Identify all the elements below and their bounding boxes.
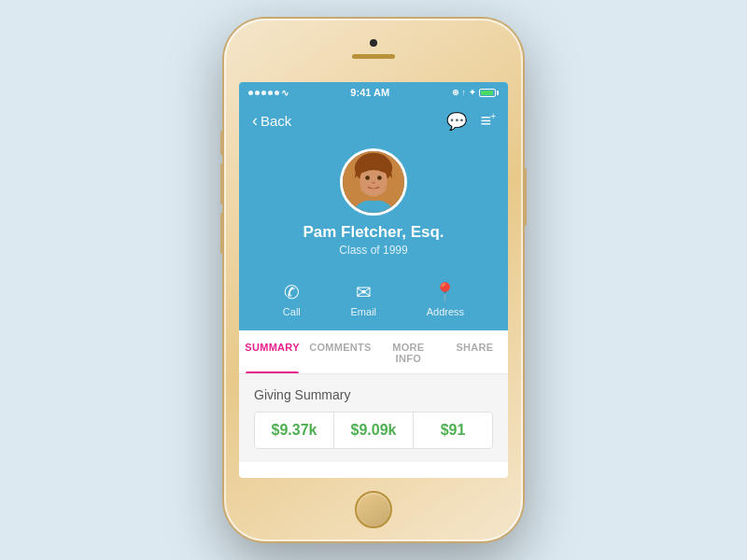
power-button — [523, 168, 527, 226]
phone-device: ∿ 9:41 AM ⊕ ↑ ✦ ‹ — [224, 19, 523, 541]
tab-share-label: SHARE — [456, 342, 493, 353]
tab-more-info-label: MORE INFO — [392, 342, 424, 364]
profile-subtitle: Class of 1999 — [339, 244, 407, 257]
giving-cell-1: $9.09k — [334, 413, 413, 448]
tab-comments-label: COMMENTS — [309, 342, 372, 353]
battery-tip — [497, 91, 499, 95]
action-buttons: ✆ Call ✉ Email 📍 Address — [239, 272, 508, 330]
giving-summary-title: Giving Summary — [254, 387, 493, 402]
volume-down-button — [220, 213, 224, 254]
bluetooth-icon: ✦ — [469, 88, 476, 97]
tabs-bar: SUMMARY COMMENTS MORE INFO SHARE — [239, 330, 508, 374]
app-header: ‹ Back 💬 ≡+ — [239, 103, 508, 139]
svg-point-5 — [372, 182, 375, 185]
profile-section: Pam Fletcher, Esq. Class of 1999 — [239, 139, 508, 272]
call-icon: ✆ — [284, 281, 300, 303]
profile-name: Pam Fletcher, Esq. — [303, 223, 444, 242]
arrow-icon: ↑ — [462, 88, 467, 97]
tab-share[interactable]: SHARE — [442, 330, 508, 373]
signal-dot-2 — [255, 91, 260, 95]
bottom-bezel — [224, 478, 523, 541]
phone-shell: ∿ 9:41 AM ⊕ ↑ ✦ ‹ — [224, 19, 523, 541]
call-button[interactable]: ✆ Call — [283, 281, 301, 317]
location-icon: ⊕ — [452, 88, 459, 97]
address-icon: 📍 — [433, 281, 457, 303]
tab-more-info[interactable]: MORE INFO — [375, 330, 442, 373]
volume-up-button — [220, 163, 224, 204]
phone-screen: ∿ 9:41 AM ⊕ ↑ ✦ ‹ — [239, 82, 508, 478]
giving-amount-1: $9.09k — [340, 422, 407, 439]
content-area: Giving Summary $9.37k $9.09k $91 — [239, 374, 508, 462]
email-icon: ✉ — [356, 281, 372, 303]
status-signal: ∿ — [248, 88, 289, 98]
battery-body — [479, 89, 496, 97]
avatar — [340, 148, 407, 216]
top-bezel — [224, 19, 523, 82]
giving-cell-0: $9.37k — [255, 413, 333, 448]
address-label: Address — [427, 306, 464, 317]
back-label: Back — [261, 113, 291, 129]
status-time: 9:41 AM — [350, 87, 389, 98]
tab-summary[interactable]: SUMMARY — [239, 330, 305, 373]
earpiece — [352, 54, 395, 59]
address-button[interactable]: 📍 Address — [427, 281, 464, 317]
avatar-image — [343, 151, 404, 213]
giving-amount-0: $9.37k — [261, 422, 328, 439]
status-right-icons: ⊕ ↑ ✦ — [452, 88, 500, 97]
giving-cell-2: $91 — [414, 413, 492, 448]
front-camera — [370, 39, 377, 47]
home-button[interactable] — [355, 491, 392, 528]
battery-icon — [479, 89, 499, 97]
back-button[interactable]: ‹ Back — [252, 111, 291, 131]
signal-dot-1 — [248, 91, 253, 95]
volume-silent-button — [220, 131, 224, 155]
svg-point-4 — [377, 175, 382, 180]
add-list-icon[interactable]: ≡+ — [480, 110, 495, 132]
signal-dot-3 — [261, 91, 266, 95]
status-bar: ∿ 9:41 AM ⊕ ↑ ✦ — [239, 82, 508, 103]
battery-fill — [481, 91, 493, 95]
tab-comments[interactable]: COMMENTS — [305, 330, 375, 373]
signal-dot-5 — [275, 91, 279, 95]
tab-summary-label: SUMMARY — [245, 342, 300, 353]
signal-dot-4 — [268, 91, 273, 95]
comment-icon[interactable]: 💬 — [446, 111, 467, 132]
email-button[interactable]: ✉ Email — [351, 281, 377, 317]
svg-point-3 — [365, 175, 370, 180]
giving-grid: $9.37k $9.09k $91 — [254, 412, 493, 449]
giving-amount-2: $91 — [419, 422, 486, 439]
email-label: Email — [351, 306, 377, 317]
back-chevron-icon: ‹ — [252, 111, 258, 131]
header-actions: 💬 ≡+ — [446, 110, 495, 132]
wifi-icon: ∿ — [281, 88, 289, 98]
call-label: Call — [283, 306, 301, 317]
